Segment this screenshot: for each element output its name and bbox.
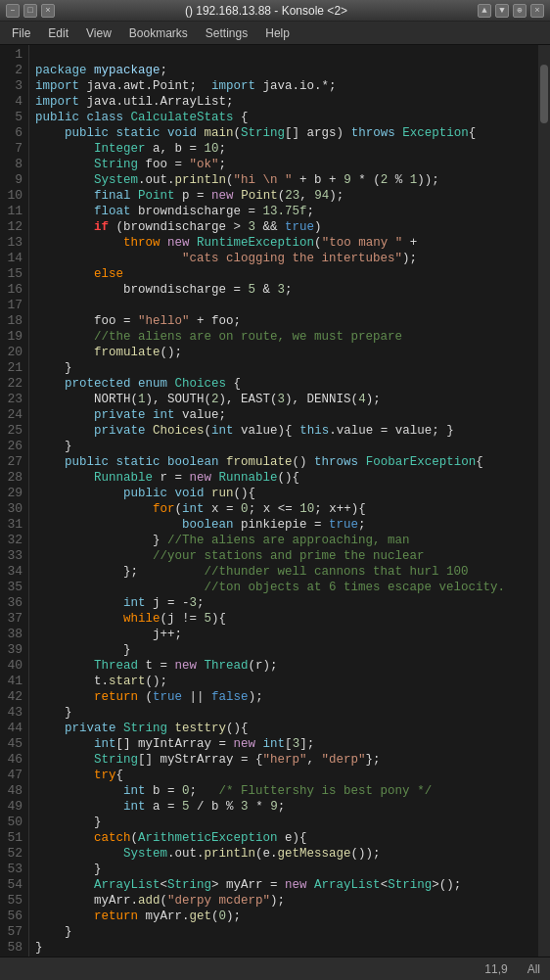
- right-controls[interactable]: ▲ ▼ ⊕ ×: [478, 4, 544, 18]
- view-mode: All: [527, 962, 540, 976]
- menu-view[interactable]: View: [78, 24, 119, 42]
- editor: 12345 678910 1112131415 1617181920 21222…: [0, 45, 550, 957]
- extra-close-btn[interactable]: ×: [530, 4, 544, 18]
- menu-help[interactable]: Help: [257, 24, 298, 42]
- scroll-up-btn[interactable]: ▲: [478, 4, 491, 18]
- scroll-down-btn[interactable]: ▼: [495, 4, 509, 18]
- scrollbar[interactable]: [538, 45, 550, 957]
- menu-bookmarks[interactable]: Bookmarks: [121, 24, 196, 42]
- extra-btn[interactable]: ⊕: [513, 4, 527, 18]
- scrollbar-thumb[interactable]: [540, 65, 548, 123]
- maximize-button[interactable]: □: [23, 4, 37, 18]
- menubar: File Edit View Bookmarks Settings Help: [0, 22, 550, 45]
- close-button[interactable]: ×: [41, 4, 55, 18]
- line-numbers: 12345 678910 1112131415 1617181920 21222…: [0, 45, 29, 957]
- window-controls[interactable]: – □ ×: [6, 4, 55, 18]
- menu-file[interactable]: File: [4, 24, 38, 42]
- minimize-button[interactable]: –: [6, 4, 20, 18]
- status-bar: 11,9 All: [0, 957, 550, 980]
- window-title: () 192.168.13.88 - Konsole <2>: [55, 4, 478, 18]
- menu-settings[interactable]: Settings: [198, 24, 255, 42]
- menu-edit[interactable]: Edit: [40, 24, 76, 42]
- cursor-position: 11,9: [484, 962, 507, 976]
- code-content[interactable]: package mypackage; import java.awt.Point…: [29, 45, 538, 957]
- title-bar: – □ × () 192.168.13.88 - Konsole <2> ▲ ▼…: [0, 0, 550, 22]
